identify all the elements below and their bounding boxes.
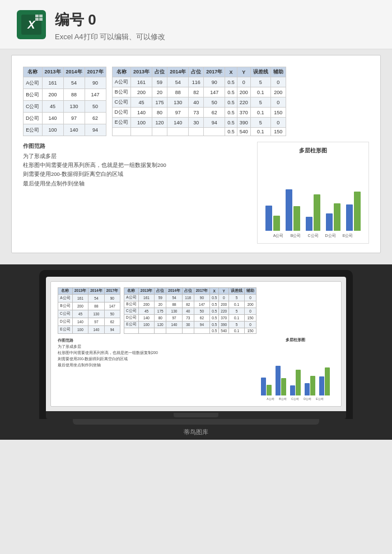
bar-group-e (346, 192, 361, 231)
laptop-instructions: 作图范路 为了形成多层 柱形图中间需要使用系列所高，也就是把一组数据复制200 … (58, 337, 250, 368)
laptop-notch (174, 413, 218, 417)
bar-green (314, 194, 320, 231)
bar-group-d (326, 203, 340, 231)
bar-blue (326, 213, 333, 231)
inst-step: 则需要使用200-数据得到距离空白的区域 (23, 170, 248, 179)
table-row: C公司4513050 (58, 310, 120, 318)
bar-blue (286, 189, 292, 231)
laptop-inst-title: 作图范路 (58, 337, 250, 343)
laptop-bar-blue (319, 376, 324, 395)
inst-step: 为了形成多层 (23, 152, 248, 161)
left-col: 作图范路 为了形成多层 柱形图中间需要使用系列所高，也就是把一组数据复制200 … (23, 142, 248, 192)
laptop-bar-blue (276, 366, 281, 395)
col-header: 名称 (24, 67, 43, 77)
header: X 编号 0 Excel A4打印 可以编辑、可以修改 (0, 0, 392, 49)
laptop-data-table-1: 名称2013年2014年2017年 A公司1615490 B公司20088147… (58, 287, 120, 334)
instructions: 作图范路 为了形成多层 柱形图中间需要使用系列所高，也就是把一组数据复制200 … (23, 142, 248, 188)
laptop-inst-step: 最后使用坐点制作到坐轴 (58, 362, 250, 368)
bar-group-a (265, 206, 280, 231)
excel-icon: X (17, 10, 46, 39)
bar-green (334, 203, 340, 231)
laptop-data-table-2: 名称2013年占位2014年占位2017年XY误差线辅助 A公司16159541… (124, 287, 256, 334)
laptop-bar-group-c (290, 370, 301, 395)
laptop-bar-group-a (261, 378, 272, 395)
table-row: D公司1409762 (24, 113, 106, 124)
laptop-label-a: A公司 (265, 397, 276, 401)
bar-green (273, 216, 280, 231)
table-row: A公司1615954116900.5050 (112, 77, 286, 87)
table-row: C公司4513050 (24, 101, 106, 113)
table-row: B公司2002088821470.52000.1200 (124, 301, 256, 308)
chart-label-c: C公司 (305, 233, 321, 239)
laptop-section: 名称2013年2014年2017年 A公司1615490 B公司20088147… (0, 264, 392, 440)
bar-blue (306, 217, 312, 231)
table-row: E公司10014094 (24, 124, 106, 136)
chart-container: 多层柱形图 (257, 142, 369, 244)
laptop-bar-blue (290, 385, 295, 395)
sub-title: Excel A4打印 可以编辑、可以修改 (55, 32, 375, 42)
table-row: C公司4517513040500.522050 (124, 308, 256, 315)
laptop-base (46, 411, 346, 419)
chart-labels: A公司 B公司 C公司 D公司 E公司 (262, 233, 364, 239)
laptop-bar-group-d (305, 376, 315, 395)
table-row: A公司1615490 (24, 77, 106, 89)
table-row: D公司140809773620.53700.1150 (124, 315, 256, 322)
laptop-bar-green (310, 376, 315, 395)
content-row: 作图范路 为了形成多层 柱形图中间需要使用系列所高，也就是把一组数据复制200 … (23, 142, 369, 244)
watermark: 蒂鸟图库 (184, 425, 208, 440)
laptop-chart-title: 多层柱形图 (256, 337, 334, 343)
table-row: 0.55400.1150 (124, 328, 256, 334)
table-row: 0.55400.1150 (112, 128, 286, 136)
bar-group-c (306, 194, 320, 231)
laptop-bar-green (296, 370, 301, 395)
bar-blue (346, 204, 353, 231)
laptop-bar-chart (256, 345, 334, 395)
main-area: 名称 2013年 2014年 2017年 A公司1615490 B公司20088… (0, 49, 392, 264)
laptop-bar-green (325, 367, 330, 395)
laptop-bar-group-e (319, 367, 330, 395)
laptop-left: 作图范路 为了形成多层 柱形图中间需要使用系列所高，也就是把一组数据复制200 … (58, 337, 250, 368)
table-row: B公司20088147 (58, 302, 120, 310)
chart-label-e: E公司 (340, 233, 356, 239)
chart-col: 多层柱形图 (257, 142, 369, 244)
excel-grid-icon (35, 15, 43, 21)
data-table-1: 名称 2013年 2014年 2017年 A公司1615490 B公司20088… (23, 67, 106, 136)
laptop-bar-blue (305, 383, 310, 395)
laptop-bar-green (281, 378, 286, 395)
bar-green (293, 206, 300, 231)
bar-group-b (286, 189, 300, 231)
bar-green (354, 192, 361, 231)
laptop-screen: 名称2013年2014年2017年 A公司1615490 B公司20088147… (46, 277, 346, 411)
laptop-content-row: 作图范路 为了形成多层 柱形图中间需要使用系列所高，也就是把一组数据复制200 … (58, 337, 334, 401)
excel-x-letter: X (27, 18, 35, 31)
inst-step: 柱形图中间需要使用系列所高，也就是把一组数据复制200 (23, 161, 248, 170)
excel-preview-card: 名称 2013年 2014年 2017年 A公司1615490 B公司20088… (11, 55, 381, 253)
laptop-label-e: E公司 (314, 397, 325, 401)
tables-row: 名称 2013年 2014年 2017年 A公司1615490 B公司20088… (23, 67, 369, 136)
bar-blue (265, 206, 272, 231)
laptop-tables-row: 名称2013年2014年2017年 A公司1615490 B公司20088147… (58, 287, 334, 334)
laptop-label-d: D公司 (302, 397, 313, 401)
laptop-bar-group-b (276, 366, 286, 395)
table-row: B公司20088147 (24, 89, 106, 101)
col-header: 2017年 (85, 67, 106, 77)
table-row: A公司1615954116900.5050 (124, 295, 256, 301)
laptop-chart-labels: A公司 B公司 C公司 D公司 E公司 (256, 397, 334, 401)
chart-label-a: A公司 (270, 233, 286, 239)
inst-title: 作图范路 (23, 142, 248, 151)
table-row: B公司2002088821470.52000.1200 (112, 87, 286, 97)
laptop-inst-step: 柱形图中间需要使用系列所高，也就是把一组数据复制200 (58, 350, 250, 356)
bar-chart (262, 158, 364, 231)
chart-title: 多层柱形图 (262, 147, 364, 155)
table-row: E公司10012014030940.539050 (112, 118, 286, 128)
col-header: 2014年 (63, 67, 85, 77)
inst-step: 最后使用坐点制作到坐轴 (23, 179, 248, 188)
laptop-stand-base (73, 419, 319, 425)
table-row: E公司10014094 (58, 326, 120, 334)
laptop-inner-card: 名称2013年2014年2017年 A公司1615490 B公司20088147… (50, 281, 342, 407)
chart-label-d: D公司 (323, 233, 338, 239)
laptop-screen-wrapper: 名称2013年2014年2017年 A公司1615490 B公司20088147… (39, 270, 353, 419)
laptop-right: 多层柱形图 (256, 337, 334, 401)
table-row: D公司1409762 (58, 318, 120, 326)
table-row: E公司10012014030940.539050 (124, 322, 256, 328)
